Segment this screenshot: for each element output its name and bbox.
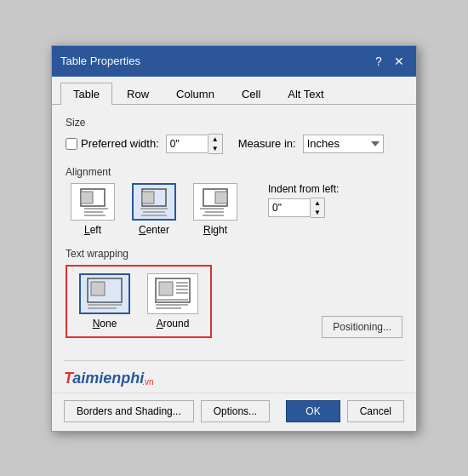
svg-rect-23: [176, 289, 188, 290]
svg-rect-12: [200, 208, 224, 209]
bottom-bar: Borders and Shading... Options... OK Can…: [52, 393, 416, 431]
alignment-label: Alignment: [66, 166, 402, 178]
tab-column[interactable]: Column: [163, 83, 227, 105]
svg-rect-21: [176, 282, 188, 284]
align-left-icon: [77, 187, 108, 216]
svg-rect-16: [91, 282, 105, 295]
align-center-btn[interactable]: Center: [127, 183, 181, 236]
tab-table[interactable]: Table: [60, 83, 112, 105]
tab-row[interactable]: Row: [114, 83, 162, 105]
indent-section: Indent from left: ▲ ▼: [268, 183, 339, 218]
align-center-icon-box: [132, 183, 176, 221]
bottom-left-buttons: Borders and Shading... Options...: [64, 400, 270, 422]
size-label: Size: [66, 117, 402, 129]
svg-rect-27: [156, 307, 181, 309]
wrap-none-icon: [84, 277, 125, 311]
spinner-down[interactable]: ▼: [208, 144, 222, 153]
align-center-icon: [139, 187, 169, 216]
tab-bar: Table Row Column Cell Alt Text: [52, 77, 416, 105]
svg-rect-9: [141, 215, 167, 216]
svg-rect-14: [203, 215, 224, 216]
svg-rect-18: [88, 307, 117, 309]
width-input[interactable]: 0": [166, 135, 208, 153]
svg-rect-8: [143, 211, 165, 213]
align-right-icon: [200, 187, 231, 216]
indent-input[interactable]: [268, 198, 311, 217]
watermark-brand: Taimienphi: [64, 370, 144, 387]
wrap-around-btn[interactable]: Around: [142, 273, 203, 330]
alignment-section: Alignment: [66, 166, 402, 236]
svg-rect-13: [205, 211, 224, 213]
indent-spinner-btns: ▲ ▼: [311, 198, 325, 218]
align-center-label: Center: [139, 224, 169, 236]
options-button[interactable]: Options...: [201, 400, 270, 422]
alignment-row: Left Center: [66, 183, 402, 236]
bottom-right-buttons: OK Cancel: [286, 400, 404, 422]
borders-shading-button[interactable]: Borders and Shading...: [64, 400, 194, 422]
align-right-icon-box: [193, 183, 237, 221]
size-row: Preferred width: 0" ▲ ▼ Measure in: Inch…: [66, 134, 402, 154]
ok-button[interactable]: OK: [286, 400, 340, 422]
svg-rect-4: [84, 215, 106, 216]
wrap-none-icon-box: [79, 273, 130, 314]
divider: [64, 360, 404, 361]
align-options: Left Center: [66, 183, 243, 236]
title-bar-buttons: ? ✕: [370, 53, 408, 70]
title-bar: Table Properties ? ✕: [52, 46, 416, 77]
svg-rect-24: [176, 292, 188, 294]
svg-rect-22: [176, 285, 188, 287]
text-wrapping-section: Text wrapping None: [66, 248, 402, 338]
size-section: Size Preferred width: 0" ▲ ▼ Measure in:…: [66, 117, 402, 154]
svg-rect-3: [84, 211, 103, 213]
close-button[interactable]: ✕: [391, 53, 408, 70]
preferred-width-label[interactable]: Preferred width:: [66, 137, 159, 150]
wrap-row: None: [66, 265, 402, 338]
width-spinner: 0" ▲ ▼: [166, 134, 223, 154]
svg-rect-1: [81, 192, 93, 204]
indent-spinner: ▲ ▼: [268, 198, 339, 218]
preferred-width-text: Preferred width:: [81, 137, 159, 150]
align-right-label: Right: [203, 224, 227, 236]
wrap-options-bordered: None: [66, 265, 212, 338]
tab-cell[interactable]: Cell: [229, 83, 273, 105]
table-properties-dialog: Table Properties ? ✕ Table Row Column Ce…: [51, 45, 417, 432]
svg-rect-11: [215, 192, 227, 204]
wrap-none-btn[interactable]: None: [74, 273, 135, 330]
wrap-around-label: Around: [157, 318, 190, 330]
svg-rect-20: [159, 282, 173, 295]
spinner-buttons: ▲ ▼: [208, 134, 223, 154]
dialog-title: Table Properties: [60, 54, 140, 67]
indent-label: Indent from left:: [268, 183, 339, 195]
watermark-t: T: [64, 370, 72, 387]
indent-spinner-down[interactable]: ▼: [311, 208, 324, 217]
svg-rect-2: [84, 208, 108, 209]
preferred-width-checkbox[interactable]: [66, 138, 77, 150]
align-left-btn[interactable]: Left: [66, 183, 120, 236]
content-area: Size Preferred width: 0" ▲ ▼ Measure in:…: [52, 105, 416, 360]
wrap-around-icon: [152, 277, 193, 311]
measure-select[interactable]: Inches Centimeters Percent: [303, 135, 384, 153]
svg-rect-26: [156, 304, 188, 306]
svg-rect-6: [142, 192, 154, 204]
align-right-btn[interactable]: Right: [188, 183, 243, 236]
svg-rect-7: [140, 208, 168, 209]
wrap-none-label: None: [93, 318, 117, 330]
spinner-up[interactable]: ▲: [208, 135, 222, 144]
align-left-icon-box: [71, 183, 115, 221]
text-wrapping-label: Text wrapping: [66, 248, 402, 260]
wrap-around-icon-box: [147, 273, 198, 314]
align-left-label: Left: [84, 224, 101, 236]
help-button[interactable]: ?: [370, 53, 387, 70]
positioning-button[interactable]: Positioning...: [322, 316, 402, 338]
watermark: Taimienphi .vn: [52, 364, 416, 393]
watermark-text-main: aimienphi: [72, 370, 144, 387]
indent-spinner-up[interactable]: ▲: [311, 198, 324, 208]
svg-rect-17: [88, 304, 122, 306]
measure-in-label: Measure in:: [238, 137, 296, 150]
watermark-sub: .vn: [142, 377, 153, 387]
svg-rect-25: [156, 299, 188, 301]
tab-alt-text[interactable]: Alt Text: [275, 83, 336, 105]
cancel-button[interactable]: Cancel: [347, 400, 404, 422]
